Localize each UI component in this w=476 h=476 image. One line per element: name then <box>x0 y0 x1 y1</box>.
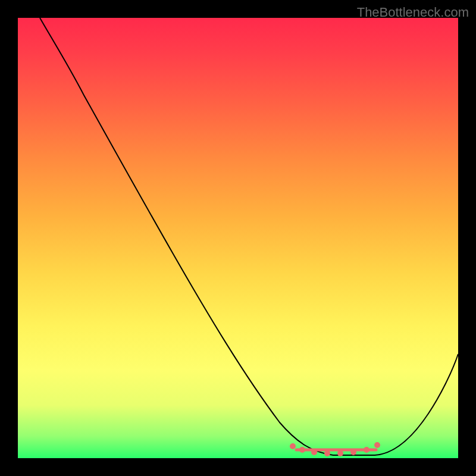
optimal-point <box>337 450 343 456</box>
optimal-point <box>311 449 317 455</box>
optimal-point <box>374 442 380 448</box>
optimal-point <box>299 447 305 453</box>
optimal-point <box>324 450 330 456</box>
optimal-point <box>364 447 369 453</box>
bottleneck-curve <box>40 18 458 455</box>
chart-plot-area <box>18 18 458 458</box>
chart-svg <box>18 18 458 458</box>
watermark-text: TheBottleneck.com <box>357 5 469 20</box>
optimal-point <box>290 443 296 449</box>
optimal-point <box>350 449 356 455</box>
